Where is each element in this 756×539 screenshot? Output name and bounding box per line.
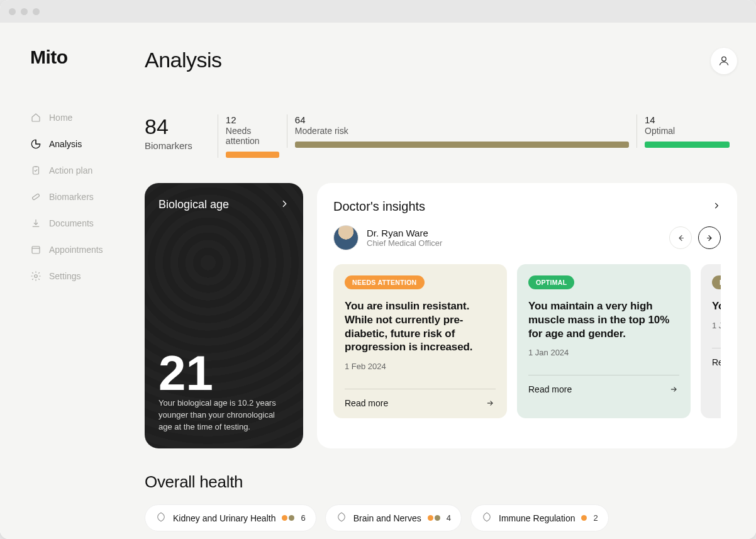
health-chip-immune[interactable]: Immune Regulation 2 <box>470 504 609 531</box>
divider <box>712 348 721 348</box>
sidebar-item-documents[interactable]: Documents <box>30 210 126 236</box>
segment-count: 14 <box>645 114 730 125</box>
svg-rect-2 <box>32 247 40 253</box>
svg-rect-1 <box>32 194 40 201</box>
sidebar-item-biomarkers[interactable]: Biomarkers <box>30 184 126 210</box>
sidebar-item-home[interactable]: Home <box>30 104 126 131</box>
health-chip-brain[interactable]: Brain and Nerves 4 <box>325 504 462 531</box>
calendar-icon <box>30 244 42 255</box>
segment-bar <box>226 152 279 158</box>
divider <box>528 375 679 375</box>
arrow-right-icon <box>668 385 679 394</box>
home-icon <box>30 112 42 123</box>
chip-dots <box>282 515 294 521</box>
chip-label: Immune Regulation <box>499 513 575 523</box>
clipboard-icon <box>30 165 42 176</box>
window-chrome <box>0 0 756 23</box>
segment-label: Moderate risk <box>295 126 629 136</box>
biological-age-card[interactable]: Biological age 21 Your biological age is… <box>145 183 303 448</box>
user-icon <box>718 55 730 67</box>
organ-icon <box>155 511 167 525</box>
segment-count: 12 <box>226 114 279 125</box>
sidebar-item-label: Home <box>49 113 72 123</box>
read-more-link[interactable]: Read more <box>528 384 679 394</box>
doctor-info: Dr. Ryan Ware Chief Medical Officer <box>333 225 442 250</box>
status-badge: NEEDS ATTENTION <box>345 275 425 289</box>
sidebar-item-analysis[interactable]: Analysis <box>30 131 126 157</box>
overall-health-section: Overall health Kidney and Urinary Health… <box>145 472 737 539</box>
chip-dots <box>581 515 587 521</box>
read-more-label: Read more <box>345 398 388 408</box>
download-icon <box>30 218 42 229</box>
biological-age-desc: Your biological age is 10.2 years younge… <box>158 397 289 433</box>
organ-icon <box>336 511 347 525</box>
chip-count: 4 <box>447 513 451 523</box>
health-chip-kidney[interactable]: Kidney and Urinary Health 6 <box>145 504 316 531</box>
organ-icon <box>481 511 492 525</box>
read-more-label: Read more <box>528 384 572 394</box>
window-dot <box>21 8 28 15</box>
card-title: Biological age <box>158 198 229 211</box>
gear-icon <box>30 270 42 282</box>
main-content: Analysis 84 Biomarkers 12 Needs attentio… <box>126 23 756 539</box>
carousel-prev-button[interactable] <box>669 226 692 249</box>
chip-label: Kidney and Urinary Health <box>173 513 275 523</box>
chip-count: 6 <box>301 513 305 523</box>
sidebar-item-label: Appointments <box>49 245 103 255</box>
insights-title: Doctor's insights <box>333 199 425 214</box>
section-title: Overall health <box>145 472 737 492</box>
insight-card-list: NEEDS ATTENTION You are insulin resistan… <box>333 264 721 418</box>
insight-message: You... <box>712 299 721 313</box>
page-title: Analysis <box>145 48 222 72</box>
biological-age-value: 21 <box>158 348 289 397</box>
biomarker-summary: 84 Biomarkers 12 Needs attention 64 Mode… <box>145 114 737 158</box>
sidebar-item-appointments[interactable]: Appointments <box>30 236 126 263</box>
sidebar-item-action-plan[interactable]: Action plan <box>30 157 126 184</box>
status-badge: MODERATE <box>712 275 721 289</box>
read-more-link[interactable]: Read more <box>345 398 496 408</box>
read-more-link[interactable]: Read more <box>712 357 721 367</box>
biomarker-segment-attention: 12 Needs attention <box>218 114 287 158</box>
insight-message: You are insulin resistant. While not cur… <box>345 299 496 354</box>
insight-date: 1 Jan 2... <box>712 321 721 330</box>
sidebar-item-label: Settings <box>49 271 81 281</box>
biomarker-total-value: 84 <box>145 114 192 139</box>
chip-dots <box>428 515 440 521</box>
biomarker-segment-moderate: 64 Moderate risk <box>287 114 636 148</box>
arrow-right-icon <box>484 399 496 408</box>
chevron-right-icon[interactable] <box>712 201 721 213</box>
biomarker-segment-optimal: 14 Optimal <box>636 114 737 148</box>
pie-chart-icon <box>30 138 42 150</box>
insight-card: OPTIMAL You maintain a very high muscle … <box>517 264 691 418</box>
chip-count: 2 <box>593 513 598 523</box>
arrow-left-icon <box>676 233 686 243</box>
segment-count: 64 <box>295 114 629 125</box>
avatar <box>333 225 359 250</box>
biomarker-total-label: Biomarkers <box>145 140 192 151</box>
sidebar-item-label: Documents <box>49 218 94 228</box>
sidebar-item-settings[interactable]: Settings <box>30 263 126 289</box>
carousel-next-button[interactable] <box>698 226 721 249</box>
chevron-right-icon <box>279 199 289 211</box>
segment-label: Needs attention <box>226 126 279 146</box>
status-badge: OPTIMAL <box>528 275 574 289</box>
insight-card: MODERATE You... 1 Jan 2... Read more <box>701 264 721 418</box>
window-dot <box>33 8 40 15</box>
svg-point-3 <box>35 275 38 278</box>
pill-icon <box>30 191 42 203</box>
divider <box>345 389 496 389</box>
chip-label: Brain and Nerves <box>353 513 421 523</box>
insight-date: 1 Feb 2024 <box>345 362 496 371</box>
doctor-insights-card: Doctor's insights Dr. Ryan Ware Chief Me… <box>317 183 737 448</box>
user-profile-button[interactable] <box>711 48 737 74</box>
sidebar-item-label: Biomarkers <box>49 192 94 202</box>
doctor-role: Chief Medical Officer <box>367 238 442 248</box>
segment-bar <box>295 142 629 148</box>
insight-card: NEEDS ATTENTION You are insulin resistan… <box>333 264 507 418</box>
arrow-right-icon <box>705 233 714 243</box>
read-more-label: Read more <box>712 357 721 367</box>
segment-label: Optimal <box>645 126 730 136</box>
segment-bar <box>645 142 730 148</box>
svg-point-4 <box>722 57 726 61</box>
biomarker-total: 84 Biomarkers <box>145 114 218 151</box>
